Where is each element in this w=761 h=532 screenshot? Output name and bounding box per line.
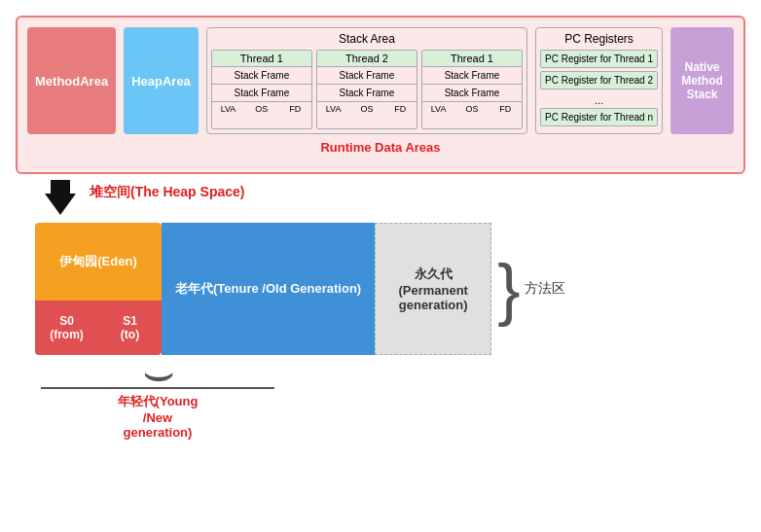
- stack-frame-1a: Stack Frame: [212, 67, 311, 85]
- stack-frame-2b: Stack Frame: [317, 85, 417, 102]
- right-brace-symbol: }: [497, 255, 520, 323]
- young-bottom-brace: ⌣: [35, 357, 280, 387]
- young-gen-brace-row: ⌣ 年轻代(Young/Newgeneration): [35, 357, 745, 440]
- pc-register-thread2: PC Register for Thread 2: [540, 71, 658, 89]
- stack-frame-1b: Stack Frame: [212, 85, 311, 102]
- stack-area-label: Stack Area: [211, 32, 523, 46]
- runtime-data-areas: Method Area Heap Area Stack Area Thread …: [16, 16, 745, 174]
- old-generation: 老年代(Tenure /Old Generation): [162, 223, 375, 355]
- stack-frame-3b: Stack Frame: [422, 85, 522, 102]
- arrow-block: [45, 180, 76, 215]
- s0: S0(from): [35, 301, 98, 355]
- stack-thread-col-1: Thread 1 Stack Frame Stack Frame LVA OS …: [211, 50, 312, 129]
- heap-space-label: 堆空间(The Heap Space): [90, 184, 244, 201]
- thread-3-header: Thread 1: [422, 51, 522, 67]
- stack-frame-2a: Stack Frame: [317, 67, 417, 85]
- permanent-generation: 永久代(Permanentgeneration): [375, 223, 491, 355]
- pc-registers: PC Registers PC Register for Thread 1 PC…: [535, 27, 663, 134]
- young-brace-line: [41, 387, 274, 389]
- arrow-head: [45, 194, 76, 215]
- arrow-heap-section: 堆空间(The Heap Space): [45, 180, 745, 215]
- stack-area: Stack Area Thread 1 Stack Frame Stack Fr…: [206, 27, 527, 134]
- top-row: Method Area Heap Area Stack Area Thread …: [27, 27, 734, 134]
- young-gen-brace: ⌣ 年轻代(Young/Newgeneration): [35, 357, 280, 440]
- pc-register-threadn: PC Register for Thread n: [540, 108, 658, 126]
- lva-row-3: LVA OS FD: [422, 102, 522, 116]
- runtime-data-label: Runtime Data Areas: [320, 140, 440, 155]
- fangfa-brace-area: } 方法区: [497, 223, 564, 355]
- stack-threads: Thread 1 Stack Frame Stack Frame LVA OS …: [211, 50, 523, 129]
- thread-1-header: Thread 1: [212, 51, 311, 67]
- fangfa-label: 方法区: [525, 280, 565, 298]
- stack-thread-col-3: Thread 1 Stack Frame Stack Frame LVA OS …: [421, 50, 523, 129]
- pc-registers-label: PC Registers: [540, 32, 658, 46]
- stack-thread-col-2: Thread 2 Stack Frame Stack Frame LVA OS …: [316, 50, 417, 129]
- stack-frame-3a: Stack Frame: [422, 67, 522, 85]
- young-gen-label: 年轻代(Young/Newgeneration): [118, 393, 199, 440]
- eden: 伊甸园(Eden): [35, 223, 162, 301]
- pc-register-thread1: PC Register for Thread 1: [540, 50, 658, 68]
- native-method-stack: NativeMethodStack: [670, 27, 734, 134]
- pc-dots: ...: [540, 94, 658, 106]
- heap-diagram: 伊甸园(Eden) S0(from) S1(to) 老年代(Tenure /Ol…: [35, 223, 745, 355]
- method-area: Method Area: [27, 27, 116, 134]
- lva-row-2: LVA OS FD: [317, 102, 417, 116]
- young-generation: 伊甸园(Eden) S0(from) S1(to): [35, 223, 162, 355]
- heap-area: Heap Area: [124, 27, 199, 134]
- arrow-shaft: [51, 180, 70, 194]
- thread-2-header: Thread 2: [317, 51, 417, 67]
- lva-row-1: LVA OS FD: [212, 102, 311, 116]
